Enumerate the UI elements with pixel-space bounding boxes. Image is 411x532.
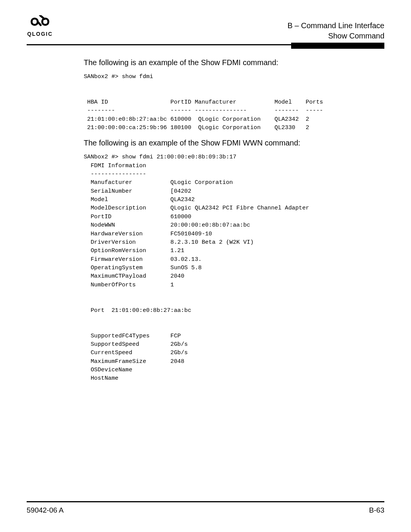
header-black-tab	[291, 43, 384, 49]
logo-text: QLOGIC	[27, 31, 53, 37]
header-line-1: B – Command Line Interface	[287, 21, 384, 31]
footer-row: 59042-06 A B-63	[27, 506, 384, 514]
code-block-show-fdmi-wwn: SANbox2 #> show fdmi 21:00:00:e0:8b:09:3…	[84, 153, 373, 382]
page-header: QLOGIC B – Command Line Interface Show C…	[27, 15, 384, 41]
page: QLOGIC B – Command Line Interface Show C…	[0, 0, 411, 532]
footer-doc-id: 59042-06 A	[27, 506, 64, 514]
footer-page-number: B-63	[369, 506, 384, 514]
content-area: The following is an example of the Show …	[84, 58, 373, 383]
code-block-show-fdmi: SANbox2 #> show fdmi HBA ID PortID Manuf…	[84, 72, 373, 132]
logo-icon	[27, 15, 53, 30]
logo: QLOGIC	[27, 15, 53, 37]
page-footer: 59042-06 A B-63	[27, 501, 384, 514]
header-title-block: B – Command Line Interface Show Command	[287, 21, 384, 41]
intro-text-2: The following is an example of the Show …	[84, 139, 373, 147]
footer-rule	[27, 501, 384, 502]
header-line-2: Show Command	[287, 31, 384, 41]
intro-text-1: The following is an example of the Show …	[84, 58, 373, 67]
